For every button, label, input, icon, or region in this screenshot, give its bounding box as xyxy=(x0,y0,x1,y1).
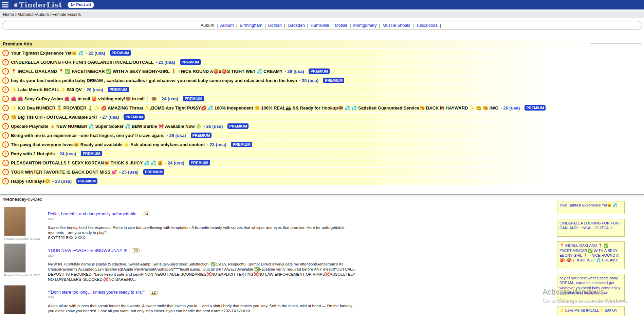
premium-ad-row: ↑ Being with me is an experience—one tha… xyxy=(0,131,644,139)
city-separator: | xyxy=(329,23,335,28)
arrow-up-icon: ↑ xyxy=(2,132,9,139)
arrow-up-icon: ↑ xyxy=(2,86,9,93)
arrow-up-icon: ↑ xyxy=(2,59,9,65)
arrow-up-icon: ↑ xyxy=(2,114,9,120)
premium-badge[interactable]: PREMIUM xyxy=(227,123,249,129)
sidebar-ad-ellipsis[interactable]: ... xyxy=(559,313,622,316)
flame-icon xyxy=(13,2,18,8)
premium-badge[interactable]: PREMIUM xyxy=(143,169,164,175)
city-link[interactable]: Auburn xyxy=(220,23,234,28)
premium-ad-title[interactable]: ✨ Lake Merritt INCALL✨ $80 QV xyxy=(11,87,82,92)
sidebar-premium-list: Your Tightest Experience Yet😼 💦 ... CIND… xyxy=(557,201,625,316)
sidebar-ad-link[interactable]: CINDERELLA LOOKING FOR FUN!!! OAKLAND!!!… xyxy=(559,221,622,230)
listing-description: NEW IN TOWNMy name is Dallas !Seductive,… xyxy=(48,262,358,282)
city-link[interactable]: Montgomery xyxy=(353,23,376,28)
premium-ad-age: - 20 (usa) xyxy=(299,78,318,83)
premium-ad-row: ↑ The pawg that everyone loves😼 Ready an… xyxy=(0,140,644,149)
breadcrumb-item[interactable]: Auburn xyxy=(36,12,49,17)
premium-badge[interactable]: PREMIUM xyxy=(108,87,129,92)
sidebar-ad-ellipsis[interactable]: ... xyxy=(559,295,622,300)
premium-ad-title[interactable]: The pawg that everyone loves😼 Ready and … xyxy=(11,142,205,147)
city-link[interactable]: Gadsden xyxy=(288,23,305,28)
sidebar-ad-link[interactable]: 📍 INCALL OAKLAND 📍 ✅ FACETIME/CAR ✅ WITH… xyxy=(559,243,619,262)
premium-badge[interactable]: PREMIUM xyxy=(309,68,330,74)
city-link[interactable]: Muscle Shoals xyxy=(383,23,410,28)
sidebar-ad-box: ✨ Lake Merritt INCALL✨ $80 QV ... xyxy=(557,306,625,316)
premium-ad-title[interactable]: CINDERELLA LOOKING FOR FUN!!! OAKLAND!!!… xyxy=(11,60,154,65)
premium-badge[interactable]: PREMIUM xyxy=(180,59,201,65)
premium-ad-age: - 23 (usa) xyxy=(207,142,226,147)
premium-ad-row: ↑ CINDERELLA LOOKING FOR FUN!!! OAKLAND!… xyxy=(0,58,644,66)
premium-ad-title[interactable]: Happy HOlidays😊 xyxy=(11,179,50,184)
premium-ad-title[interactable]: hey its your best wettes petite baby DRE… xyxy=(11,78,297,83)
city-link[interactable]: Dothan xyxy=(268,23,282,28)
premium-ad-title[interactable]: 😘 Big Tits Girl - OUTCALL Available 24/7 xyxy=(11,115,97,120)
city-separator: | xyxy=(377,23,383,28)
premium-badge[interactable]: PREMIUM xyxy=(183,96,204,101)
arrow-up-icon: ↑ xyxy=(2,160,9,166)
premium-badge[interactable]: PREMIUM xyxy=(110,50,131,56)
post-ad-button[interactable]: Post ad xyxy=(68,2,94,8)
premium-ad-title[interactable]: 📍 INCALL OAKLAND 📍 ✅ FACETIME/CAR ✅ WITH… xyxy=(11,69,282,74)
listing-title-link[interactable]: YOUR NEW FAVORITE SNOWBUNNY ❄ xyxy=(48,248,127,253)
premium-badge[interactable]: PREMIUM xyxy=(189,160,210,165)
premium-ad-title[interactable]: ✨ K.O Daa NUMBER 🏅 PROVIDER 🧎 ✨ 💋 AMAZIN… xyxy=(11,105,498,111)
arrow-up-icon: ↑ xyxy=(2,169,9,175)
premium-badge[interactable]: PREMIUM xyxy=(323,78,344,83)
hamburger-menu-icon[interactable] xyxy=(2,2,8,7)
listing-thumbnail[interactable] xyxy=(4,285,26,314)
scrollbar-thumb[interactable] xyxy=(589,43,643,47)
premium-ad-title[interactable]: 🌺 🌺 Sexy CuRvy Asian 🌺 🌺 in call 🍑 visit… xyxy=(11,96,157,101)
sidebar-ad-link[interactable]: ✨ Lake Merritt INCALL✨ $80 QV xyxy=(559,308,618,312)
sidebar-ad-ellipsis[interactable]: ... xyxy=(559,208,622,212)
listing-row: Posted: December 3, 2025 Petite, brunett… xyxy=(0,204,644,240)
arrow-up-icon: ↑ xyxy=(2,151,9,157)
premium-ad-age: - 23 (usa) xyxy=(52,179,72,184)
premium-ad-age: - 27 (usa) xyxy=(99,115,119,120)
arrow-up-icon: ↑ xyxy=(2,96,9,102)
premium-ads-section: Premium Ads ↑ Your Tightest Experience Y… xyxy=(0,40,644,185)
listing-thumbnail[interactable] xyxy=(4,207,26,236)
city-separator: | xyxy=(282,23,288,28)
breadcrumb-separator: > xyxy=(49,12,52,17)
breadcrumb-item[interactable]: Home xyxy=(3,12,14,17)
premium-ad-title[interactable]: PLEASANTON OUTCALLS !! SEXY KOREAN😻 THIC… xyxy=(11,160,163,165)
premium-ad-age: - 21 (usa) xyxy=(156,60,175,65)
premium-ad-row: ↑ Upscale Playmate 🔺 NEW NUMBER 💦 Super … xyxy=(0,122,644,130)
listing-country: USA xyxy=(48,296,358,299)
premium-ad-title[interactable]: YOUR WINTER FAVORITE IS BACK DONT MISS 💕 xyxy=(11,170,117,175)
city-link[interactable]: Mobile xyxy=(335,23,347,28)
sidebar-ad-link[interactable]: Your Tightest Experience Yet😼 💦 xyxy=(559,203,618,207)
premium-ad-age: - 25 (usa) xyxy=(119,170,139,175)
sidebar-ad-box: 📍 INCALL OAKLAND 📍 ✅ FACETIME/CAR ✅ WITH… xyxy=(557,241,625,269)
arrow-up-icon: ↑ xyxy=(2,178,9,184)
premium-ad-title[interactable]: Party with 2 Hot girls xyxy=(11,151,55,156)
breadcrumb-item[interactable]: Female Escorts xyxy=(53,12,81,17)
sidebar-ad-ellipsis[interactable]: ... xyxy=(559,263,622,268)
listing-title-link[interactable]: Petite, brunette, and dangerously unforg… xyxy=(48,212,137,216)
listing-thumbnail[interactable] xyxy=(4,243,26,273)
listing-description: Asian allure with curves that speak loud… xyxy=(48,303,358,314)
premium-ad-title[interactable]: Your Tightest Experience Yet😼 💦 xyxy=(11,51,84,56)
premium-badge[interactable]: PREMIUM xyxy=(124,114,145,120)
premium-badge[interactable]: PREMIUM xyxy=(81,151,102,156)
listing-country: USA xyxy=(48,217,358,221)
listing-thumb-column: Posted: December 3, 2025 xyxy=(4,243,40,282)
breadcrumb-item[interactable]: Alabama xyxy=(17,12,33,17)
premium-badge[interactable]: PREMIUM xyxy=(191,133,212,138)
premium-ad-row: ↑ hey its your best wettes petite baby D… xyxy=(0,76,644,84)
city-link[interactable]: Tuscaloosa xyxy=(416,23,437,28)
city-link[interactable]: Huntsville xyxy=(311,23,329,28)
listing-title-link[interactable]: “"Don't stare too long… unless you're re… xyxy=(48,290,145,295)
city-link[interactable]: Birmingham xyxy=(240,23,262,28)
premium-ad-title[interactable]: Upscale Playmate 🔺 NEW NUMBER 💦 Super So… xyxy=(11,124,201,129)
city-separator: | xyxy=(262,23,268,28)
premium-badge[interactable]: PREMIUM xyxy=(76,178,97,184)
premium-badge[interactable]: PREMIUM xyxy=(525,105,546,111)
sidebar-ad-link[interactable]: hey its your best wettes petite baby DRE… xyxy=(559,276,620,295)
premium-badge[interactable]: PREMIUM xyxy=(231,142,252,147)
site-logo[interactable]: TinderList xyxy=(13,1,62,9)
premium-ad-title[interactable]: Being with me is an experience—one that … xyxy=(11,133,164,138)
city-link[interactable]: Auburn xyxy=(201,23,214,28)
sidebar-ad-ellipsis[interactable]: ... xyxy=(559,230,622,235)
